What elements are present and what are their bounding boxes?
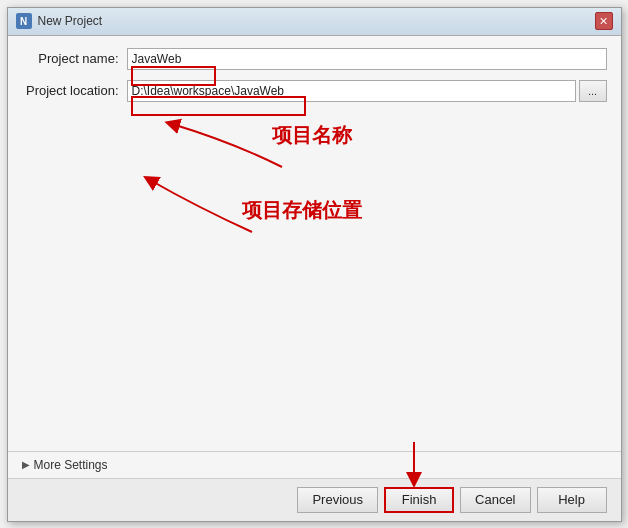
window-title: New Project bbox=[38, 14, 103, 28]
more-settings-icon: ▶ bbox=[22, 459, 30, 470]
title-bar-left: N New Project bbox=[16, 13, 103, 29]
project-location-label: Project location: bbox=[22, 83, 127, 98]
annotations-area: 项目名称 项目存储位置 bbox=[22, 112, 607, 292]
cancel-button[interactable]: Cancel bbox=[460, 487, 530, 513]
bottom-area: ▶ More Settings Previous Finish Ca bbox=[8, 451, 621, 521]
previous-button[interactable]: Previous bbox=[297, 487, 378, 513]
content-area: Project name: Project location: ... bbox=[8, 36, 621, 451]
project-name-input[interactable] bbox=[127, 48, 607, 70]
project-location-input[interactable] bbox=[127, 80, 576, 102]
close-button[interactable]: ✕ bbox=[595, 12, 613, 30]
new-project-window: N New Project ✕ Project name: Project lo… bbox=[7, 7, 622, 522]
annotation-location: 项目存储位置 bbox=[242, 197, 362, 224]
button-bar: Previous Finish Cancel Help bbox=[8, 478, 621, 521]
browse-button[interactable]: ... bbox=[579, 80, 607, 102]
title-bar: N New Project ✕ bbox=[8, 8, 621, 36]
project-location-row: Project location: ... bbox=[22, 80, 607, 102]
more-settings-label: More Settings bbox=[34, 458, 108, 472]
finish-wrapper: Finish bbox=[384, 487, 454, 513]
finish-arrow bbox=[394, 442, 434, 492]
form-section: Project name: Project location: ... bbox=[22, 48, 607, 292]
more-settings[interactable]: ▶ More Settings bbox=[8, 451, 621, 478]
window-icon: N bbox=[16, 13, 32, 29]
project-name-label: Project name: bbox=[22, 51, 127, 66]
annotation-name: 项目名称 bbox=[272, 122, 352, 149]
project-name-row: Project name: bbox=[22, 48, 607, 70]
help-button[interactable]: Help bbox=[537, 487, 607, 513]
